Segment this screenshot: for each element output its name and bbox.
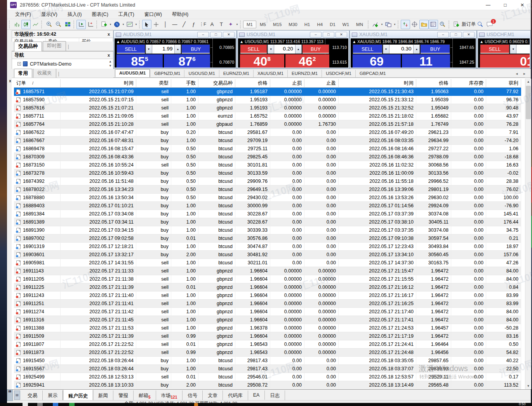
buy-button[interactable]: BUY	[420, 44, 450, 54]
bottom-tab-4[interactable]: 警报	[113, 390, 134, 401]
table-row[interactable]: 169013192022.05.17 12:18:21buy1.00btcusd…	[14, 243, 521, 251]
chart-title-bar[interactable]: XAUUSD,M1 – □ ✕	[350, 31, 476, 38]
volume-up-icon[interactable]: ▲	[174, 45, 181, 54]
tab-symbols[interactable]: 交易品种	[14, 42, 42, 51]
table-row[interactable]: 169111432022.05.17 21:11:33sell1.00gbpnz…	[14, 267, 521, 275]
chart-close-icon[interactable]: ✕	[223, 32, 235, 38]
buy-button[interactable]: BUY	[302, 44, 329, 54]
table-row[interactable]: 169113162022.05.17 21:11:45sell1.00gbpnz…	[14, 316, 521, 324]
minimize-icon[interactable]: —	[480, 0, 497, 10]
tab-scroll-arrows-icon[interactable]: ◂ ▸	[513, 71, 531, 77]
timeframe-h4[interactable]: H4	[313, 21, 326, 28]
header-col-2[interactable]: 类型	[136, 79, 171, 88]
fibonacci-icon[interactable]: ⋮F	[198, 20, 207, 29]
table-row[interactable]: 168576162022.05.15 21:07:21sell1.00gbpnz…	[14, 104, 521, 112]
line-chart-icon[interactable]	[31, 20, 40, 29]
tab-common[interactable]: 常用	[14, 69, 32, 78]
chart-canvas[interactable]: ▲ AUDUSD,M1 0.70857 0.70866 0.70857 0.70…	[115, 38, 236, 68]
quotes-updown-icon[interactable]	[401, 20, 410, 29]
header-col-4[interactable]: 交易品种	[198, 79, 235, 88]
bar-chart-icon[interactable]	[12, 20, 21, 29]
header-col-9[interactable]: 价格	[416, 79, 451, 88]
table-row[interactable]: 168694782022.05.16 08:15:47buy0.50btcusd…	[14, 145, 521, 153]
volume-input[interactable]	[516, 45, 530, 54]
volume-down-icon[interactable]: ▼	[146, 45, 152, 54]
table-row[interactable]: 169112512022.05.17 21:11:41sell1.00gbpnz…	[14, 300, 521, 308]
header-col-0[interactable]: 订单/	[14, 79, 61, 88]
table-row[interactable]: 169112252022.05.17 21:11:39sell0.01gbpnz…	[14, 283, 521, 291]
bottom-tab-11[interactable]: 日志	[265, 390, 285, 401]
table-row[interactable]: 168970022022.05.17 09:02:58buy0.01btcusd…	[14, 234, 521, 243]
table-row[interactable]: 169118072022.05.17 21:22:52sell0.01gbpnz…	[14, 340, 521, 349]
volume-up-icon[interactable]: ▲	[295, 45, 302, 54]
table-row[interactable]: 168676222022.05.16 07:47:47buy0.20btcusd…	[14, 128, 521, 137]
table-row[interactable]: 168703092022.05.16 08:43:36buy0.50btcusd…	[14, 153, 521, 161]
scroll-down-icon[interactable]: ▼	[525, 383, 531, 389]
chart-minimize-icon[interactable]: –	[310, 32, 322, 38]
account-node[interactable]: CPTMarkets-Demo	[30, 61, 71, 67]
arrows-dropdown-icon[interactable]: ▾	[235, 20, 239, 29]
sell-button[interactable]: SELL	[116, 44, 145, 54]
chart-canvas[interactable]: ▲ XAUUSD,M1 1846.78 1846.84 1846.74 1846…	[351, 38, 476, 68]
volume-input[interactable]: 0.30	[389, 45, 414, 54]
templates-icon[interactable]	[125, 20, 134, 29]
table-row[interactable]: 168731502022.05.16 10:55:24sell0.50btcus…	[14, 161, 521, 169]
chart-tab-1[interactable]: GBPNZD,M1	[150, 70, 184, 77]
chart-tab-5[interactable]: EURNZD,M1	[287, 70, 322, 77]
tree-scroll-arrows[interactable]: ▲▼	[109, 59, 112, 68]
table-row[interactable]: 169118732022.05.17 21:22:52sell0.99gbpnz…	[14, 349, 521, 357]
timeframe-w1[interactable]: W1	[339, 21, 353, 28]
strategy-tester-icon[interactable]	[438, 20, 447, 29]
table-row[interactable]: 168780222022.05.16 13:34:23buy0.50btcusd…	[14, 186, 521, 194]
header-col-5[interactable]: 价格	[235, 79, 270, 88]
chart-minimize-icon[interactable]: –	[197, 32, 209, 38]
table-row[interactable]: 168743922022.05.16 11:51:48buy0.50btcusd…	[14, 177, 521, 186]
maximize-icon[interactable]: □	[497, 0, 514, 10]
candlestick-chart-icon[interactable]	[21, 20, 31, 29]
table-row[interactable]: 169259412022.05.18 13:10:33buy2.00btcusd…	[14, 381, 521, 389]
taskbar-icon[interactable]	[194, 403, 198, 406]
add-indicator-dropdown-icon[interactable]: ▾	[380, 20, 384, 29]
chart-tab-2[interactable]: USOUSD,M1	[184, 70, 219, 77]
bottom-tab-9[interactable]: 代码库	[223, 390, 248, 401]
bottom-tab-3[interactable]: 新闻	[93, 390, 113, 401]
new-order-icon[interactable]	[99, 20, 109, 29]
menu-item-2[interactable]: 插入(I)	[63, 10, 87, 19]
volume-up-icon[interactable]: ▲	[413, 45, 420, 54]
tree-expand-icon[interactable]: +	[17, 62, 21, 66]
table-scrollbar[interactable]: ▲ ▼	[525, 79, 531, 389]
trendline-icon[interactable]: ╱	[179, 20, 189, 29]
market-watch-close-icon[interactable]: x	[107, 32, 111, 36]
chart-tab-0[interactable]: AUDUSD,M1	[115, 69, 150, 77]
chart-tab-3[interactable]: EURNZD,M1	[219, 70, 253, 77]
table-row[interactable]: 168577642022.05.15 21:10:28sell1.00gbpau…	[14, 120, 521, 128]
table-row[interactable]: 169036012022.05.17 13:32:17buy2.00btcusd…	[14, 251, 521, 259]
header-col-3[interactable]: 手数	[171, 79, 198, 88]
header-col-10[interactable]: 库存费	[451, 79, 486, 88]
table-row[interactable]: 169154502022.05.18 03:26:44buy1.00btcusd…	[14, 357, 521, 365]
chart-close-icon[interactable]: ✕	[463, 32, 475, 38]
buy-button[interactable]: BUY	[181, 44, 210, 54]
menu-item-1[interactable]: 显示(V)	[36, 10, 63, 19]
chart-tab-7[interactable]: GBPCAD,M1	[355, 70, 390, 77]
header-col-8[interactable]: 时间	[339, 79, 416, 88]
add-indicator-icon[interactable]	[371, 20, 380, 29]
timeframe-m30[interactable]: M30	[285, 21, 301, 28]
navigator-close-icon[interactable]: x	[107, 53, 111, 57]
timeframe-m1[interactable]: M1	[243, 21, 256, 28]
table-row[interactable]: 168913842022.05.17 03:34:08buy1.00btcusd…	[14, 210, 521, 218]
timeframe-m15[interactable]: M15	[269, 21, 285, 28]
tab-tick-chart[interactable]: 即时图	[43, 41, 66, 51]
bottom-tab-1[interactable]: 展示	[43, 390, 63, 401]
chart-restore-icon[interactable]: □	[210, 32, 222, 38]
chart-canvas[interactable]: ▲ USOUSD,M1 113.357 113.416 113.357 113.…	[238, 38, 348, 68]
chart-minimize-icon[interactable]: –	[437, 32, 449, 38]
bottom-tab-0[interactable]: 交易	[23, 390, 43, 401]
header-col-7[interactable]: 止盈	[304, 79, 339, 88]
templates-dropdown-icon[interactable]: ▾	[134, 20, 138, 29]
close-icon[interactable]: ✕	[514, 0, 531, 10]
chart-close-icon[interactable]: ✕	[336, 32, 347, 38]
volume-down-icon[interactable]: ▼	[383, 45, 389, 54]
bottom-tab-8[interactable]: 文章	[203, 390, 223, 401]
chart-tab-4[interactable]: XAUUSD,M1	[253, 70, 287, 77]
